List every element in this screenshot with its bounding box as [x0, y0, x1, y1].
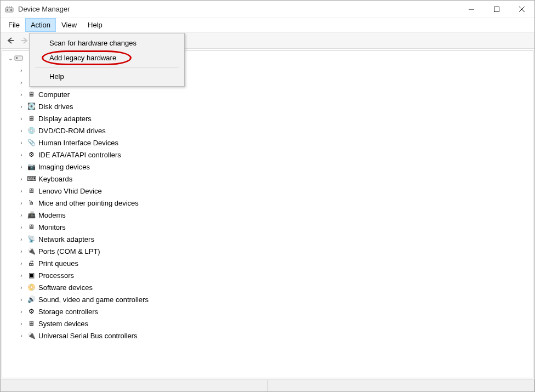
tree-node[interactable]: ›🖥Lenovo Vhid Device	[2, 185, 533, 197]
svg-rect-1	[7, 9, 8, 11]
chevron-right-icon[interactable]: ›	[18, 104, 25, 110]
menu-file[interactable]: File	[3, 18, 25, 32]
tree-node[interactable]: ›📷Imaging devices	[2, 161, 533, 173]
tree-node-label: Sound, video and game controllers	[38, 296, 149, 304]
tree-node-label: Ports (COM & LPT)	[38, 247, 100, 255]
tree-node-label: Human Interface Devices	[38, 139, 118, 147]
chevron-right-icon[interactable]: ›	[18, 67, 25, 73]
chevron-right-icon[interactable]: ›	[18, 236, 25, 242]
chevron-right-icon[interactable]: ›	[18, 116, 25, 122]
device-category-icon: 🔌	[26, 247, 36, 255]
tree-node-label: Storage controllers	[38, 308, 98, 316]
device-category-icon: 🖥	[26, 114, 36, 123]
tree-node-label: Display adapters	[38, 115, 92, 123]
tree-node-label: Keyboards	[38, 175, 72, 183]
menu-help[interactable]: Help	[82, 18, 108, 32]
chevron-right-icon[interactable]: ›	[18, 176, 25, 182]
tree-node[interactable]: ›🖥System devices	[2, 317, 533, 329]
tree-node-label: Lenovo Vhid Device	[38, 187, 102, 195]
menu-view[interactable]: View	[56, 18, 82, 32]
device-category-icon: 🖱	[26, 198, 36, 207]
chevron-right-icon[interactable]: ›	[18, 297, 25, 303]
tree-node[interactable]: ›💿DVD/CD-ROM drives	[2, 124, 533, 137]
chevron-right-icon[interactable]: ›	[18, 333, 25, 339]
device-category-icon: 🖥	[26, 186, 36, 195]
window-controls	[459, 1, 534, 18]
device-category-icon: 🖥	[26, 223, 36, 231]
svg-rect-7	[494, 7, 499, 12]
chevron-right-icon[interactable]: ›	[18, 92, 25, 98]
device-category-icon: ▣	[26, 271, 36, 280]
minimize-button[interactable]	[459, 1, 484, 18]
tree-node[interactable]: ›📀Software devices	[2, 281, 533, 293]
tree-node[interactable]: ›🖨Print queues	[2, 257, 533, 269]
chevron-right-icon[interactable]: ›	[18, 128, 25, 134]
chevron-right-icon[interactable]: ›	[18, 188, 25, 194]
tree-node-label: System devices	[38, 320, 88, 328]
tree-node[interactable]: ›🔌Universal Serial Bus controllers	[2, 329, 533, 342]
maximize-button[interactable]	[484, 1, 509, 18]
chevron-right-icon[interactable]: ›	[18, 285, 25, 291]
chevron-right-icon[interactable]: ›	[18, 321, 25, 327]
device-category-icon: 📎	[26, 138, 36, 147]
tree-node[interactable]: ›⚙IDE ATA/ATAPI controllers	[2, 149, 533, 161]
menu-item-help[interactable]: Help	[31, 69, 183, 84]
tree-node-label: IDE ATA/ATAPI controllers	[38, 151, 121, 159]
tree-node[interactable]: ›🖱Mice and other pointing devices	[2, 197, 533, 209]
device-tree: ⌄ ›🔋Batteries›ᛒBluetooth›🖥Computer›💽Disk…	[2, 50, 533, 344]
tree-node[interactable]: ›⌨Keyboards	[2, 173, 533, 185]
tree-node[interactable]: ›💽Disk drives	[2, 100, 533, 112]
device-category-icon: 📡	[26, 235, 36, 243]
tree-node[interactable]: ›🔊Sound, video and game controllers	[2, 293, 533, 305]
chevron-right-icon[interactable]: ›	[18, 212, 25, 218]
svg-rect-15	[16, 57, 18, 59]
tree-node-label: Imaging devices	[38, 163, 90, 171]
close-button[interactable]	[509, 1, 534, 18]
computer-icon	[14, 53, 23, 64]
action-dropdown-menu: Scan for hardware changes Add legacy har…	[29, 33, 185, 87]
tree-node[interactable]: ›📠Modems	[2, 209, 533, 221]
device-category-icon: 🖨	[26, 259, 36, 268]
tree-node[interactable]: ›📎Human Interface Devices	[2, 137, 533, 149]
menu-item-scan-hardware[interactable]: Scan for hardware changes	[31, 36, 183, 50]
device-category-icon: 📠	[26, 211, 36, 219]
chevron-right-icon[interactable]: ›	[18, 248, 25, 254]
chevron-right-icon[interactable]: ›	[18, 200, 25, 206]
menu-item-add-legacy-hardware[interactable]: Add legacy hardware	[31, 50, 183, 65]
chevron-right-icon[interactable]: ›	[18, 140, 25, 146]
content-area: ⌄ ›🔋Batteries›ᛒBluetooth›🖥Computer›💽Disk…	[2, 50, 533, 378]
tree-node[interactable]: ›🖥Monitors	[2, 221, 533, 233]
back-button[interactable]	[4, 34, 17, 47]
statusbar-pane-2	[268, 380, 534, 391]
chevron-down-icon[interactable]: ⌄	[7, 55, 14, 61]
tree-node[interactable]: ›🖥Computer	[2, 88, 533, 100]
tree-node[interactable]: ›📡Network adapters	[2, 233, 533, 245]
chevron-right-icon[interactable]: ›	[18, 272, 25, 279]
statusbar	[1, 379, 534, 391]
device-category-icon: 🖥	[26, 319, 36, 328]
device-category-icon: 🔌	[26, 331, 36, 340]
chevron-right-icon[interactable]: ›	[18, 152, 25, 158]
chevron-right-icon[interactable]: ›	[18, 309, 25, 315]
device-category-icon: 💽	[26, 102, 36, 111]
tree-node-label: Network adapters	[38, 235, 94, 243]
chevron-right-icon[interactable]: ›	[18, 260, 25, 266]
chevron-right-icon[interactable]: ›	[18, 79, 25, 86]
tree-node-label: Computer	[38, 90, 70, 99]
device-category-icon: ⌨	[26, 174, 36, 183]
tree-node[interactable]: ›▣Processors	[2, 269, 533, 281]
device-category-icon: 🔊	[26, 295, 36, 304]
chevron-right-icon[interactable]: ›	[18, 224, 25, 230]
tree-node-label: Processors	[38, 271, 74, 280]
tree-node-label: Universal Serial Bus controllers	[38, 332, 138, 340]
tree-node[interactable]: ›⚙Storage controllers	[2, 305, 533, 317]
device-category-icon: 💿	[26, 126, 36, 135]
tree-node[interactable]: ›🔌Ports (COM & LPT)	[2, 245, 533, 257]
menu-action[interactable]: Action	[25, 18, 56, 32]
chevron-right-icon[interactable]: ›	[18, 164, 25, 170]
titlebar: Device Manager	[1, 1, 534, 18]
device-category-icon: 📷	[26, 162, 36, 171]
tree-node[interactable]: ›🖥Display adapters	[2, 112, 533, 124]
statusbar-pane-1	[1, 380, 268, 391]
menubar: File Action View Help	[1, 18, 534, 32]
